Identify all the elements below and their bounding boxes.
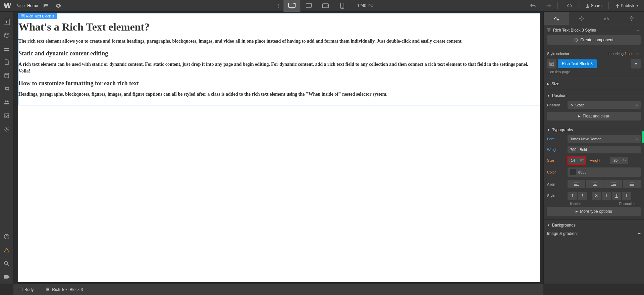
assets-tool[interactable]: [0, 109, 13, 122]
dropdown-arrow-icon: ⇅: [635, 103, 638, 107]
settings-tool[interactable]: [0, 122, 13, 136]
size-section-toggle[interactable]: ▶Size: [547, 80, 641, 88]
device-mobile[interactable]: [334, 0, 351, 12]
italic-on-button[interactable]: I: [578, 192, 587, 200]
italic-off-button[interactable]: I: [568, 192, 577, 200]
device-tablet[interactable]: [300, 0, 317, 12]
font-select[interactable]: Times New Roman⇅: [568, 135, 641, 143]
rich-h2a[interactable]: Static and dynamic content editing: [18, 50, 540, 57]
position-select[interactable]: ✕Static ⇅: [568, 101, 641, 109]
align-justify-button[interactable]: [623, 180, 641, 188]
export-code-icon[interactable]: [565, 1, 575, 11]
text-style-group: I I ✕ T T T: [568, 192, 641, 200]
align-right-button[interactable]: [604, 180, 622, 188]
size-label: Size: [547, 158, 566, 162]
decoration-overline-button[interactable]: T: [622, 192, 631, 200]
more-type-options-button[interactable]: ▶ More type options: [547, 207, 641, 216]
panel-more-icon[interactable]: ⋯: [637, 28, 641, 33]
decoration-underline-button[interactable]: T: [612, 192, 621, 200]
navigator-tool[interactable]: [0, 42, 13, 55]
tab-style[interactable]: [544, 12, 569, 25]
align-label: Align: [547, 182, 566, 186]
rich-text-icon: [21, 14, 24, 18]
typography-section-toggle[interactable]: ▼Typography: [547, 126, 641, 134]
panel-resize-handle[interactable]: [642, 131, 644, 143]
device-tablet-landscape[interactable]: [317, 0, 334, 12]
float-clear-button[interactable]: ▶ Float and clear: [547, 112, 641, 120]
tab-settings[interactable]: [569, 12, 594, 25]
font-size-value[interactable]: [568, 157, 578, 164]
align-left-button[interactable]: [568, 180, 585, 188]
svg-point-24: [604, 18, 606, 20]
add-element-tool[interactable]: +: [0, 15, 13, 29]
inheriting-link[interactable]: 1 selector: [625, 52, 641, 56]
tab-interactions[interactable]: [619, 12, 644, 25]
line-height-unit[interactable]: PX: [621, 159, 628, 162]
line-height-input[interactable]: PX: [610, 157, 628, 164]
rich-h2b[interactable]: How to customize formatting for each ric…: [18, 80, 540, 87]
preview-eye-icon[interactable]: [53, 1, 63, 11]
share-label: Share: [591, 3, 602, 8]
style-selector-section: Style selector Inheriting 1 selector Ric…: [544, 48, 644, 78]
symbols-tool[interactable]: [0, 29, 13, 42]
create-component-button[interactable]: Create component: [547, 35, 641, 45]
cms-tool[interactable]: [0, 69, 13, 82]
selection-badge[interactable]: Rich Text Block 3: [18, 13, 57, 19]
inheriting-label: Inheriting: [608, 52, 624, 56]
weight-label: Weight: [547, 148, 566, 152]
position-section-toggle[interactable]: ▼Position: [547, 92, 641, 99]
align-center-button[interactable]: [586, 180, 604, 188]
color-input[interactable]: #333: [568, 167, 641, 177]
share-button[interactable]: Share: [583, 2, 604, 9]
font-size-input[interactable]: PX: [568, 157, 586, 164]
italicize-sublabel: Italicize: [566, 202, 586, 206]
comments-icon[interactable]: [41, 1, 51, 11]
rich-text-block[interactable]: Rich Text Block 3 What's a Rich Text ele…: [18, 13, 540, 105]
ecommerce-tool[interactable]: [0, 82, 13, 96]
svg-rect-3: [306, 3, 311, 7]
device-desktop[interactable]: [283, 0, 300, 12]
svg-point-11: [5, 90, 6, 91]
search-tool[interactable]: [0, 257, 13, 270]
rich-h1[interactable]: What's a Rich Text element?: [18, 21, 540, 33]
breadcrumb-body[interactable]: Body: [13, 284, 39, 295]
svg-point-25: [607, 18, 608, 20]
selector-dropdown-icon[interactable]: ▼: [631, 59, 641, 68]
device-menu-icon[interactable]: ⋮: [273, 1, 283, 11]
page-name[interactable]: Home: [27, 3, 38, 8]
canvas[interactable]: Rich Text Block 3 What's a Rich Text ele…: [18, 13, 540, 282]
publish-button[interactable]: Publish ▼: [613, 2, 641, 9]
canvas-wrap: Rich Text Block 3 What's a Rich Text ele…: [13, 12, 543, 284]
decoration-none-button[interactable]: ✕: [592, 192, 601, 200]
breadcrumb-rich-text[interactable]: Rich Text Block 3: [39, 284, 88, 295]
selector-type-icon[interactable]: [547, 59, 556, 68]
redo-icon[interactable]: [543, 1, 553, 11]
pages-tool[interactable]: [0, 55, 13, 69]
rich-p1[interactable]: The rich text element allows you to crea…: [18, 38, 540, 45]
line-height-value[interactable]: [610, 157, 621, 164]
font-size-unit[interactable]: PX: [578, 159, 586, 162]
color-swatch[interactable]: [570, 169, 576, 175]
webflow-logo[interactable]: [3, 1, 12, 10]
rich-p2[interactable]: A rich text element can be used with sta…: [18, 61, 540, 75]
panel-header: Rich Text Block 3 Styles ⋯: [544, 25, 644, 35]
add-background-button[interactable]: +: [638, 231, 641, 237]
weight-select[interactable]: 700 - Bold⇅: [568, 146, 641, 153]
tab-style-manager[interactable]: [594, 12, 619, 25]
undo-icon[interactable]: [528, 1, 538, 11]
users-tool[interactable]: [0, 96, 13, 109]
video-tool[interactable]: [0, 270, 13, 284]
chevron-down-icon: ▼: [547, 94, 550, 97]
section-size: ▶Size: [544, 78, 644, 90]
audit-tool[interactable]: [0, 243, 13, 257]
backgrounds-section-toggle[interactable]: ▼Backgrounds: [547, 222, 641, 229]
svg-rect-27: [574, 38, 578, 42]
help-tool[interactable]: ?: [0, 230, 13, 243]
dropdown-arrow-icon: ⇅: [635, 148, 638, 151]
decoration-strike-button[interactable]: T: [602, 192, 611, 200]
on-page-count: 1 on this page: [547, 70, 641, 76]
weight-value: 700 - Bold: [570, 148, 587, 152]
class-tag[interactable]: Rich Text Block 3: [558, 59, 597, 68]
canvas-width-display[interactable]: 1240 PX: [357, 3, 373, 8]
rich-p3[interactable]: Headings, paragraphs, blockquotes, figur…: [18, 91, 540, 98]
